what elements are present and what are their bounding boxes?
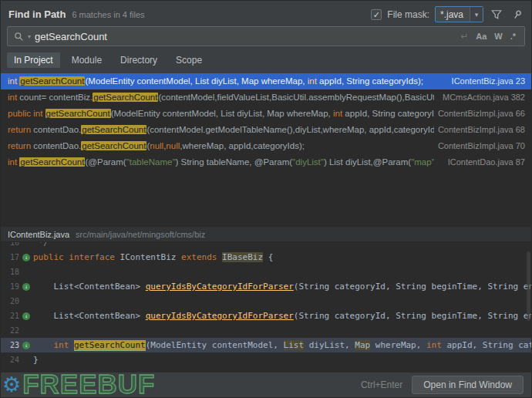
result-file-ref: ContentBizImpl.java 66 [438, 106, 525, 122]
line-number: 17 [1, 250, 19, 265]
code-line[interactable]: 22 [1, 323, 531, 338]
code-segment: getSearchCount [81, 141, 146, 150]
result-file-ref: MCmsAction.java 382 [443, 89, 525, 106]
code-segment: count= contentBiz. [17, 93, 93, 102]
implemented-marker-icon[interactable]: ↓ [22, 342, 30, 349]
code-segment: appId, String categoryIds); [317, 76, 423, 86]
open-in-find-window-button[interactable]: Open in Find Window [412, 376, 524, 394]
code-line[interactable]: 20 [1, 294, 531, 309]
code-segment: } [33, 355, 39, 365]
code-segment: null [150, 141, 163, 150]
search-history-chevron-icon[interactable]: ▾ [28, 33, 31, 40]
code-line[interactable]: 21↓ List<ContentBean> queryIdsByCategory… [1, 309, 531, 323]
search-toggles: AaW.* [473, 32, 518, 41]
result-row[interactable]: int getSearchCount(@Param("tableName") S… [1, 154, 531, 170]
scope-tab-module[interactable]: Module [65, 52, 109, 68]
result-row[interactable]: int getSearchCount(ModelEntity contentMo… [1, 73, 531, 89]
code-line[interactable]: 18 [1, 265, 531, 279]
code-segment: "map" [411, 157, 434, 167]
scope-tab-scope[interactable]: Scope [169, 52, 209, 68]
code-segment: IContentBiz [120, 252, 181, 262]
code-segment: (ModelEntity contentModel, [146, 340, 284, 350]
code-segment: return [8, 141, 31, 150]
gutter: ↓ [19, 250, 33, 265]
code-segment: getSearchCount [45, 109, 111, 118]
code-segment: appId, String categoryId [442, 340, 531, 350]
scrollbar[interactable] [527, 251, 530, 321]
regex-icon[interactable]: .* [508, 32, 518, 41]
code-line[interactable]: 23↓ int getSearchCount(ModelEntity conte… [1, 338, 531, 352]
implemented-marker-icon[interactable]: ↓ [22, 312, 30, 320]
line-number: 24 [1, 352, 19, 367]
code-segment: contentDao. [31, 125, 81, 134]
code-segment: appId, String categoryIds) [342, 109, 434, 118]
code-segment: getSearchCount [19, 157, 85, 167]
code-segment: IBaseBiz [222, 252, 263, 262]
preview-file-path: src/main/java/net/mingsoft/cms/biz [76, 230, 205, 239]
code-segment: int [426, 340, 442, 350]
code-line[interactable]: 19↓ List<ContentBean> queryIdsByCategory… [1, 279, 531, 294]
code-segment: { [263, 252, 273, 262]
file-mask-checkbox[interactable]: ✓ [371, 9, 382, 20]
code-line-text: List<ContentBean> queryIdsByCategoryIdFo… [33, 309, 531, 323]
result-text: return contentDao.getSearchCount(content… [8, 122, 434, 138]
result-row[interactable]: return contentDao.getSearchCount(content… [1, 122, 531, 138]
code-line[interactable]: 24} [1, 352, 531, 367]
scope-tab-in-project[interactable]: In Project [7, 52, 60, 68]
gutter: ↓ [19, 279, 33, 294]
result-file-ref: ContentBizImpl.java 70 [438, 138, 525, 154]
gutter [19, 352, 33, 367]
chevron-down-icon[interactable]: ▾ [470, 7, 483, 22]
code-line-text: int getSearchCount(ModelEntity contentMo… [33, 338, 531, 352]
code-line-text [33, 294, 531, 309]
result-file-ref: IContentBiz.java 23 [452, 73, 525, 89]
line-number: 22 [1, 323, 19, 338]
scope-tab-directory[interactable]: Directory [113, 52, 164, 68]
result-text: return contentDao.getSearchCount(null,nu… [8, 138, 434, 154]
gutter: ↓ [19, 338, 33, 352]
match-case-icon[interactable]: Aa [473, 32, 489, 41]
code-segment: List [284, 340, 305, 350]
line-number: 16 [1, 242, 19, 250]
code-segment: (@Param( [85, 157, 126, 167]
code-segment: (ModelEntity contentModel, List diyList,… [85, 76, 307, 86]
code-segment: (String categoryId, String beginTime, St… [294, 282, 531, 292]
code-preview: 16 */17↓public interface IContentBiz ext… [1, 242, 531, 372]
code-line-text [33, 323, 531, 338]
code-line[interactable]: 17↓public interface IContentBiz extends … [1, 250, 531, 265]
result-row[interactable]: public int getSearchCount(ModelEntity co… [1, 106, 531, 122]
file-mask-combo[interactable]: *.java ▾ [435, 6, 483, 22]
code-segment: (String categoryId, String beginTime, St… [294, 311, 531, 321]
result-row[interactable]: int count= contentBiz.getSearchCount(con… [1, 89, 531, 106]
whole-words-icon[interactable]: W [492, 32, 504, 41]
code-segment: public int [8, 109, 45, 118]
search-input[interactable] [35, 31, 455, 42]
code-segment: contentDao. [31, 141, 81, 150]
pin-icon[interactable] [510, 7, 525, 22]
code-segment: int [8, 93, 17, 102]
file-mask-label: File mask: [387, 9, 429, 20]
code-segment: queryIdsByCategoryIdForParser [146, 282, 294, 292]
code-segment: diyList, [304, 340, 355, 350]
code-line[interactable]: 16 */ [1, 242, 531, 250]
code-lines: 16 */17↓public interface IContentBiz ext… [1, 242, 531, 367]
preview-header: IContentBiz.java src/main/java/net/mings… [1, 226, 531, 242]
code-segment: whereMap, [370, 340, 426, 350]
result-file-ref: ContentBizImpl.java 68 [438, 122, 525, 138]
result-text: int getSearchCount(ModelEntity contentMo… [8, 73, 434, 89]
result-text: public int getSearchCount(ModelEntity co… [8, 106, 434, 122]
result-row[interactable]: return contentDao.getSearchCount(null,nu… [1, 138, 531, 154]
code-segment: (contentModel,fieldValueList,BasicUtil.a… [158, 93, 434, 102]
dialog-title: Find in Path [8, 8, 66, 20]
code-segment: null [166, 141, 180, 150]
implemented-marker-icon[interactable]: ↓ [22, 254, 30, 261]
header-controls: ✓ File mask: *.java ▾ [371, 6, 525, 22]
new-line-icon[interactable]: ↵ [459, 31, 470, 42]
find-in-path-dialog: Find in Path 6 matches in 4 files ✓ File… [0, 0, 532, 398]
shortcut-hint: Ctrl+Enter [361, 379, 402, 390]
search-row: ▾ ↵ AaW.* [1, 25, 531, 51]
search-field[interactable]: ▾ ↵ AaW.* [7, 26, 525, 46]
filter-icon[interactable] [489, 7, 504, 22]
search-icon [14, 32, 24, 42]
implemented-marker-icon[interactable]: ↓ [22, 283, 30, 291]
